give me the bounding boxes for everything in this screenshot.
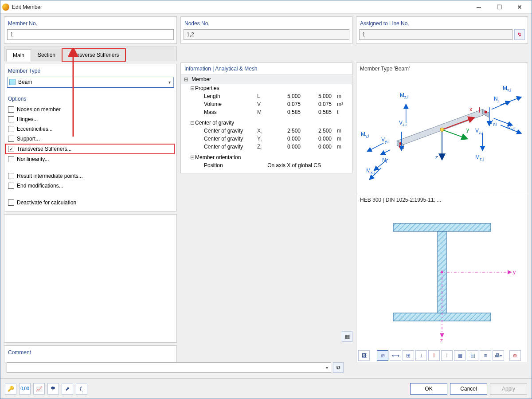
option-deactivate-for-calculation[interactable]: Deactivate for calculation bbox=[8, 200, 173, 206]
chevron-down-icon: ▾ bbox=[326, 365, 328, 370]
force-vyi: Vy,i bbox=[381, 137, 388, 144]
force-vyj: Vy,j bbox=[489, 119, 497, 126]
svg-line-17 bbox=[501, 97, 521, 105]
tool-section-gray-icon[interactable]: I bbox=[441, 350, 453, 361]
tool-reset-view-icon[interactable]: ⦻ bbox=[509, 350, 521, 361]
tool-grid-icon[interactable]: ▦ bbox=[454, 350, 466, 361]
tree-member[interactable]: ⊟Member bbox=[181, 74, 352, 84]
force-vzi: Vz,i bbox=[399, 120, 407, 127]
assigned-group: Assigned to Line No. 1 ↯ bbox=[356, 16, 528, 44]
cog-z: Center of gravityZ꜀0.0000.000m bbox=[181, 143, 352, 151]
force-myj: My,j bbox=[507, 124, 515, 131]
tool-print-icon[interactable]: 🖶▾ bbox=[493, 350, 504, 361]
member-no-group: Member No. 1 bbox=[4, 16, 177, 44]
tool-section-icon[interactable]: I bbox=[428, 350, 440, 361]
nodes-label: Nodes No. bbox=[184, 19, 349, 29]
tool-picture-icon[interactable]: 🖼 bbox=[358, 350, 370, 361]
force-mzj: Mz,j bbox=[475, 154, 484, 161]
member-type-label: Member Type bbox=[7, 66, 174, 77]
tab-main[interactable]: Main bbox=[6, 49, 31, 62]
option-end-modifications[interactable]: End modifications... bbox=[8, 183, 173, 189]
preview-toolbar: 🖼 ⎚ ⟷ ⊞ ⟂ I I ▦ ▤ ≡ 🖶▾ ⦻ bbox=[356, 348, 528, 362]
tool-dimensions-icon[interactable]: ⟷ bbox=[390, 350, 401, 361]
svg-rect-21 bbox=[393, 223, 491, 231]
svg-point-26 bbox=[441, 271, 443, 274]
content-area: Member No. 1 Main Section Transverse Sti… bbox=[0, 14, 532, 362]
beam-preview-canvas[interactable]: Mz,i Vz,i My,i Vy,i Ni Mx,i Mx,j Nj Vy,j… bbox=[356, 74, 528, 194]
svg-text:y: y bbox=[513, 269, 516, 275]
comment-library-button[interactable]: ⧉ bbox=[333, 362, 344, 373]
preview-title: Member Type 'Beam' bbox=[356, 63, 528, 74]
force-mxi: Mx,i bbox=[366, 168, 375, 175]
comment-input[interactable]: ▾ bbox=[7, 362, 331, 373]
tree-orientation[interactable]: ⊟Member orientation bbox=[181, 153, 352, 161]
svg-line-4 bbox=[442, 129, 467, 138]
member-no-field[interactable]: 1 bbox=[7, 29, 174, 40]
member-type-value: Beam bbox=[18, 79, 32, 85]
node-i-label: i bbox=[399, 143, 400, 149]
force-vzj: Vz,j bbox=[475, 128, 483, 135]
help-button[interactable]: 🔑 bbox=[5, 383, 16, 395]
member-no-label: Member No. bbox=[7, 19, 174, 29]
option-eccentricities[interactable]: Eccentricities... bbox=[8, 126, 173, 132]
details-table-button[interactable]: ▦ bbox=[342, 331, 352, 342]
option-nodes-on-member[interactable]: Nodes on member bbox=[8, 106, 173, 113]
force-myi: My,i bbox=[361, 131, 369, 138]
svg-point-6 bbox=[440, 128, 444, 131]
info-header: Information | Analytical & Mesh bbox=[181, 63, 352, 74]
ok-button[interactable]: OK bbox=[410, 383, 447, 395]
force-ni: Ni bbox=[382, 157, 387, 164]
prop-volume: VolumeV0.0750.075m³ bbox=[181, 100, 352, 108]
pick-button[interactable]: ⬈ bbox=[62, 383, 73, 395]
svg-text:z: z bbox=[440, 337, 443, 344]
window-title: Edit Member bbox=[12, 4, 469, 10]
svg-line-9 bbox=[368, 143, 383, 151]
tool-local-cs-icon[interactable]: ⟂ bbox=[415, 350, 427, 361]
option-hinges[interactable]: Hinges... bbox=[8, 116, 173, 122]
member-type-select[interactable]: Beam ▾ bbox=[7, 77, 174, 87]
minimize-button[interactable]: ─ bbox=[469, 0, 489, 14]
graph-button[interactable]: 📈 bbox=[33, 383, 45, 395]
units-button[interactable]: 0,00 bbox=[19, 383, 31, 395]
option-support[interactable]: Support... bbox=[8, 136, 173, 142]
comment-label: Comment bbox=[7, 348, 174, 358]
tree-cog[interactable]: ⊟Center of gravity bbox=[181, 119, 352, 127]
preview-panel: Member Type 'Beam' bbox=[356, 63, 528, 362]
tab-section[interactable]: Section bbox=[31, 49, 62, 61]
chevron-down-icon: ▾ bbox=[168, 80, 171, 85]
cog-x: Center of gravityX꜀2.5002.500m bbox=[181, 127, 352, 135]
nodes-field[interactable]: 1,2 bbox=[184, 29, 349, 40]
left-blank-panel bbox=[4, 214, 177, 343]
apply-button[interactable]: Apply bbox=[490, 383, 527, 395]
section-canvas[interactable]: y z bbox=[356, 206, 528, 348]
section-title: HEB 300 | DIN 1025-2:1995-11; ... bbox=[356, 194, 528, 206]
cloud-button[interactable]: 🌩 bbox=[47, 383, 59, 395]
info-panel: Information | Analytical & Mesh ⊟Member … bbox=[180, 63, 352, 173]
tool-list-icon[interactable]: ≡ bbox=[480, 350, 491, 361]
cancel-button[interactable]: Cancel bbox=[450, 383, 487, 395]
orientation-position: PositionOn axis X of global CS bbox=[181, 161, 352, 169]
prop-length: LengthL5.0005.000m bbox=[181, 92, 352, 100]
close-button[interactable]: ✕ bbox=[509, 0, 530, 14]
node-j-label: j bbox=[479, 106, 480, 113]
option-transverse-stiffeners[interactable]: Transverse Stiffeners... bbox=[7, 145, 173, 153]
function-button[interactable]: f꜀ bbox=[76, 383, 87, 395]
comment-group: Comment bbox=[4, 345, 177, 362]
tool-show-axes-icon[interactable]: ⎚ bbox=[377, 350, 388, 361]
maximize-button[interactable]: ☐ bbox=[489, 0, 509, 14]
force-mxj: Mx,j bbox=[503, 85, 511, 92]
axis-x-label: x bbox=[469, 106, 472, 113]
tree-properties[interactable]: ⊟Properties bbox=[181, 84, 352, 92]
assigned-field[interactable]: 1 bbox=[359, 29, 512, 40]
force-mzi: Mz,i bbox=[400, 92, 408, 99]
axis-z-label: z bbox=[435, 154, 438, 160]
tool-origin-icon[interactable]: ⊞ bbox=[403, 350, 414, 361]
pick-line-button[interactable]: ↯ bbox=[514, 29, 525, 40]
tab-body-main: Member Type Beam ▾ Options Nodes on memb… bbox=[4, 64, 177, 211]
option-result-intermediate-points[interactable]: Result intermediate points... bbox=[8, 173, 173, 179]
option-nonlinearity[interactable]: Nonlinearity... bbox=[8, 156, 173, 162]
tool-values-table-icon[interactable]: ▤ bbox=[467, 350, 478, 361]
tab-transverse-stiffeners[interactable]: Transverse Stiffeners bbox=[62, 49, 125, 61]
orientation-table: PositionOn axis X of global CS bbox=[181, 161, 352, 169]
tab-bar: Main Section Transverse Stiffeners bbox=[4, 47, 177, 61]
